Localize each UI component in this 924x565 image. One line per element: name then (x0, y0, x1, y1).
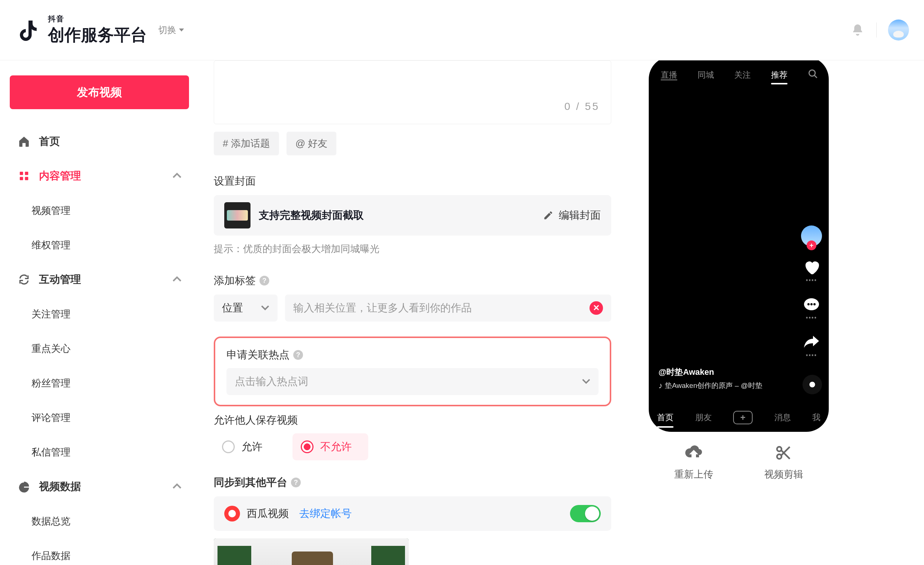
comment-button[interactable]: **** (802, 296, 820, 322)
phone-tab[interactable]: 同城 (698, 69, 714, 81)
nav-child-item[interactable]: 粉丝管理 (10, 366, 189, 400)
caption-music: ♪ 垫Awaken创作的原声 – @时垫 (658, 381, 791, 391)
nav-child-item[interactable]: 重点关心 (10, 331, 189, 366)
main-form: 0 / 55 # 添加话题 @ 好友 设置封面 支持完整视频封面截取 编辑封面 … (214, 60, 611, 565)
phone-tabs: 直播同城关注推荐 (657, 69, 820, 81)
phone-nav-item[interactable]: 朋友 (695, 412, 712, 423)
xigua-icon (224, 506, 240, 521)
hotspot-highlight: 申请关联热点 ? 点击输入热点词 (214, 337, 611, 406)
header-left: 抖音 创作服务平台 切换 (15, 14, 184, 46)
sidebar: 发布视频 首页内容管理视频管理维权管理互动管理关注管理重点关心粉丝管理评论管理私… (0, 60, 199, 565)
sync-card: 西瓜视频 去绑定帐号 (214, 496, 611, 531)
phone-nav-item[interactable]: 首页 (657, 412, 674, 423)
switch-label: 切换 (158, 24, 176, 36)
svg-point-7 (810, 303, 813, 305)
help-icon[interactable]: ? (293, 350, 303, 360)
pie-icon (17, 480, 31, 493)
svg-rect-3 (25, 177, 28, 180)
avatar[interactable] (888, 20, 909, 41)
publish-button[interactable]: 发布视频 (10, 75, 189, 109)
phone-nav-item[interactable]: 我 (812, 412, 820, 423)
logo-title: 创作服务平台 (48, 24, 147, 46)
phone-nav-item[interactable]: 消息 (774, 412, 791, 423)
tags-title-text: 添加标签 (214, 273, 256, 288)
phone-avatar[interactable]: + (801, 225, 822, 246)
caption-user: @时垫Awaken (658, 367, 791, 378)
nav-child-item[interactable]: 私信管理 (10, 435, 189, 469)
nav-child-item[interactable]: 关注管理 (10, 297, 189, 331)
pencil-icon (543, 210, 554, 221)
header: 抖音 创作服务平台 切换 (0, 0, 924, 60)
nav-child-item[interactable]: 评论管理 (10, 400, 189, 435)
cloud-upload-icon (684, 443, 704, 463)
logo[interactable]: 抖音 创作服务平台 (15, 14, 147, 46)
bell-icon[interactable] (850, 23, 865, 38)
clear-icon[interactable]: ✕ (590, 301, 603, 315)
scissors-icon (774, 443, 794, 463)
trim-button[interactable]: 视频剪辑 (739, 443, 829, 481)
hotspot-input[interactable]: 点击输入热点词 (226, 368, 598, 395)
radio-dot-icon (222, 440, 235, 453)
header-right (850, 20, 909, 41)
nav-child-item[interactable]: 维权管理 (10, 228, 189, 262)
share-icon (802, 334, 820, 352)
trim-label: 视频剪辑 (764, 468, 803, 481)
like-button[interactable]: **** (802, 258, 820, 284)
radio-allow[interactable]: 允许 (214, 433, 279, 460)
phone-tab[interactable]: 推荐 (771, 69, 788, 81)
logo-subtitle: 抖音 (48, 14, 147, 24)
mention-friend-chip[interactable]: @ 好友 (286, 132, 337, 155)
hotspot-title-text: 申请关联热点 (226, 348, 290, 362)
nav-item-pie[interactable]: 视频数据 (10, 469, 189, 504)
chevron-up-icon (172, 171, 182, 180)
sync-toggle[interactable] (570, 505, 601, 522)
nav-child-item[interactable]: 视频管理 (10, 193, 189, 228)
svg-point-4 (809, 70, 815, 76)
refresh-icon (17, 273, 31, 286)
home-icon (17, 135, 31, 148)
help-icon[interactable]: ? (291, 478, 301, 487)
nav: 首页内容管理视频管理维权管理互动管理关注管理重点关心粉丝管理评论管理私信管理视频… (10, 124, 189, 565)
music-disc-icon[interactable] (802, 375, 822, 394)
heart-icon (802, 258, 820, 276)
search-icon[interactable] (808, 69, 818, 81)
phone-tab[interactable]: 直播 (661, 69, 677, 81)
reupload-button[interactable]: 重新上传 (649, 443, 739, 481)
title-editor[interactable]: 0 / 55 (214, 60, 611, 124)
radio-deny[interactable]: 不允许 (292, 433, 368, 460)
tag-type-select[interactable]: 位置 (214, 295, 278, 322)
video-preview[interactable] (214, 538, 409, 565)
nav-item-refresh[interactable]: 互动管理 (10, 262, 189, 297)
switch-link[interactable]: 切换 (158, 24, 184, 36)
char-count: 0 / 55 (564, 101, 600, 113)
hotspot-title: 申请关联热点 ? (226, 348, 598, 362)
sync-section-title: 同步到其他平台 ? (214, 475, 611, 490)
cover-section-title: 设置封面 (214, 174, 611, 188)
bind-account-link[interactable]: 去绑定帐号 (299, 506, 352, 521)
add-topic-chip[interactable]: # 添加话题 (214, 132, 279, 155)
phone-tab[interactable]: 关注 (734, 69, 751, 81)
radio-dot-icon (301, 440, 314, 453)
cover-card: 支持完整视频封面截取 编辑封面 (214, 195, 611, 236)
phone-actions: + **** **** **** (801, 225, 822, 359)
location-input[interactable]: 输入相关位置，让更多人看到你的作品 ✕ (285, 295, 611, 322)
chevron-up-icon (172, 482, 182, 491)
nav-item-grid[interactable]: 内容管理 (10, 159, 189, 193)
share-button[interactable]: **** (802, 334, 820, 359)
sync-platform: 西瓜视频 (247, 506, 289, 521)
nav-item-home[interactable]: 首页 (10, 124, 189, 159)
phone-caption: @时垫Awaken ♪ 垫Awaken创作的原声 – @时垫 (658, 367, 791, 391)
hotspot-placeholder: 点击输入热点词 (235, 374, 308, 389)
nav-item-label: 视频数据 (39, 479, 81, 494)
follow-plus-icon: + (807, 240, 816, 250)
caption-music-text: 垫Awaken创作的原声 – @时垫 (665, 381, 762, 391)
help-icon[interactable]: ? (260, 276, 269, 286)
logo-text: 抖音 创作服务平台 (48, 14, 147, 46)
edit-cover-button[interactable]: 编辑封面 (543, 208, 601, 222)
cover-thumbnail[interactable] (224, 202, 250, 228)
cover-desc: 支持完整视频封面截取 (259, 208, 535, 222)
nav-child-item[interactable]: 数据总览 (10, 504, 189, 538)
nav-child-item[interactable]: 作品数据 (10, 538, 189, 565)
nav-item-label: 互动管理 (39, 272, 81, 287)
phone-create-button[interactable]: + (733, 411, 753, 424)
